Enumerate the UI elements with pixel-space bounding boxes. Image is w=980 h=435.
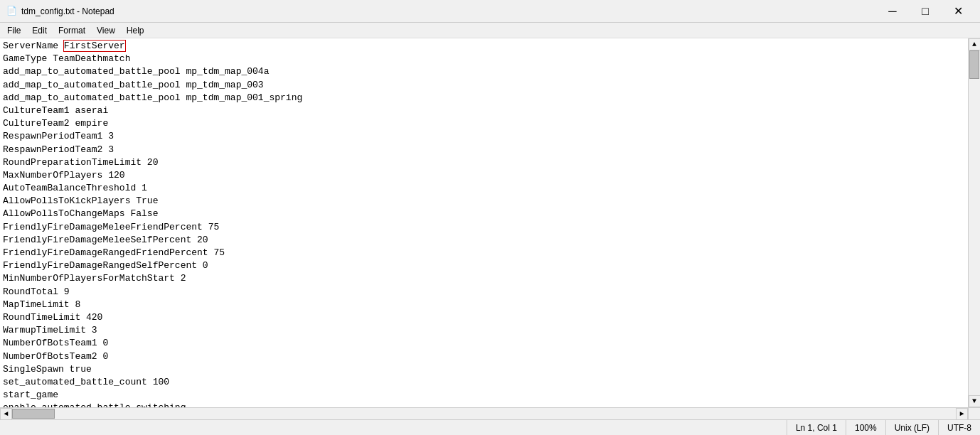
editor-line: MinNumberOfPlayersForMatchStart 2	[3, 272, 965, 285]
editor-line: WarmupTimeLimit 3	[3, 324, 965, 337]
scroll-track-x[interactable]	[12, 408, 956, 419]
editor-line: MapTimeLimit 8	[3, 299, 965, 311]
scroll-down-arrow[interactable]: ▼	[969, 395, 981, 407]
menu-bar: File Edit Format View Help	[0, 23, 980, 38]
editor-line: FriendlyFireDamageRangedFriendPercent 75	[3, 247, 965, 259]
cursor-position: Ln 1, Col 1	[787, 420, 846, 435]
editor-line: AutoTeamBalanceThreshold 1	[3, 182, 965, 195]
editor-line: add_map_to_automated_battle_pool mp_tdm_…	[3, 79, 965, 92]
editor-line: FriendlyFireDamageMeleeSelfPercent 20	[3, 234, 965, 247]
editor-line: CultureTeam2 empire	[3, 117, 965, 130]
editor-line: GameType TeamDeathmatch	[3, 53, 965, 65]
editor-line: FriendlyFireDamageRangedSelfPercent 0	[3, 259, 965, 272]
scroll-thumb-y[interactable]	[969, 50, 979, 79]
editor-line: RoundTimeLimit 420	[3, 311, 965, 324]
menu-format[interactable]: Format	[53, 23, 91, 38]
title-bar: 📄 tdm_config.txt - Notepad ─ □ ✕	[0, 0, 980, 23]
horizontal-scrollbar[interactable]: ◄ ►	[0, 407, 980, 419]
scroll-thumb-x[interactable]	[12, 409, 55, 419]
window-controls: ─ □ ✕	[876, 0, 974, 23]
scroll-left-arrow[interactable]: ◄	[0, 408, 12, 420]
editor-line: ServerName FirstServer	[3, 40, 965, 53]
editor-line: RoundTotal 9	[3, 286, 965, 299]
close-button[interactable]: ✕	[942, 0, 974, 23]
encoding: UTF-8	[938, 420, 980, 435]
editor-line: RoundPreparationTimeLimit 20	[3, 156, 965, 169]
selected-text: FirstServer	[64, 41, 125, 51]
editor-line: AllowPollsToKickPlayers True	[3, 195, 965, 208]
window-title: tdm_config.txt - Notepad	[21, 6, 114, 16]
menu-help[interactable]: Help	[121, 23, 150, 38]
title-bar-left: 📄 tdm_config.txt - Notepad	[6, 6, 114, 17]
scrollbar-corner	[968, 408, 980, 420]
scroll-up-arrow[interactable]: ▲	[969, 38, 981, 50]
editor-line: AllowPollsToChangeMaps False	[3, 208, 965, 220]
status-bar: Ln 1, Col 1 100% Unix (LF) UTF-8	[0, 419, 980, 435]
editor-line: CultureTeam1 aserai	[3, 104, 965, 117]
menu-view[interactable]: View	[91, 23, 121, 38]
scroll-track-y[interactable]	[969, 50, 980, 395]
editor-container: ServerName FirstServerGameType TeamDeath…	[0, 38, 980, 407]
editor-line: NumberOfBotsTeam1 0	[3, 337, 965, 350]
menu-file[interactable]: File	[1, 23, 26, 38]
app-icon: 📄	[6, 6, 17, 17]
editor-line: FriendlyFireDamageMeleeFriendPercent 75	[3, 221, 965, 234]
editor-line: add_map_to_automated_battle_pool mp_tdm_…	[3, 65, 965, 78]
editor-line: RespawnPeriodTeam2 3	[3, 144, 965, 156]
maximize-button[interactable]: □	[909, 0, 942, 23]
editor-line: MaxNumberOfPlayers 120	[3, 169, 965, 182]
editor-line: set_automated_battle_count 100	[3, 376, 965, 389]
line-ending: Unix (LF)	[885, 420, 938, 435]
editor-line: SingleSpawn true	[3, 363, 965, 376]
editor-line: enable_automated_battle_switching	[3, 402, 965, 407]
editor-line: RespawnPeriodTeam1 3	[3, 130, 965, 143]
editor-line: NumberOfBotsTeam2 0	[3, 350, 965, 363]
vertical-scrollbar[interactable]: ▲ ▼	[968, 38, 980, 407]
menu-edit[interactable]: Edit	[26, 23, 53, 38]
minimize-button[interactable]: ─	[876, 0, 909, 23]
editor-line: add_map_to_automated_battle_pool mp_tdm_…	[3, 92, 965, 104]
scroll-right-arrow[interactable]: ►	[956, 408, 968, 420]
text-editor[interactable]: ServerName FirstServerGameType TeamDeath…	[0, 38, 968, 407]
zoom-level: 100%	[846, 420, 885, 435]
editor-line: start_game	[3, 389, 965, 402]
